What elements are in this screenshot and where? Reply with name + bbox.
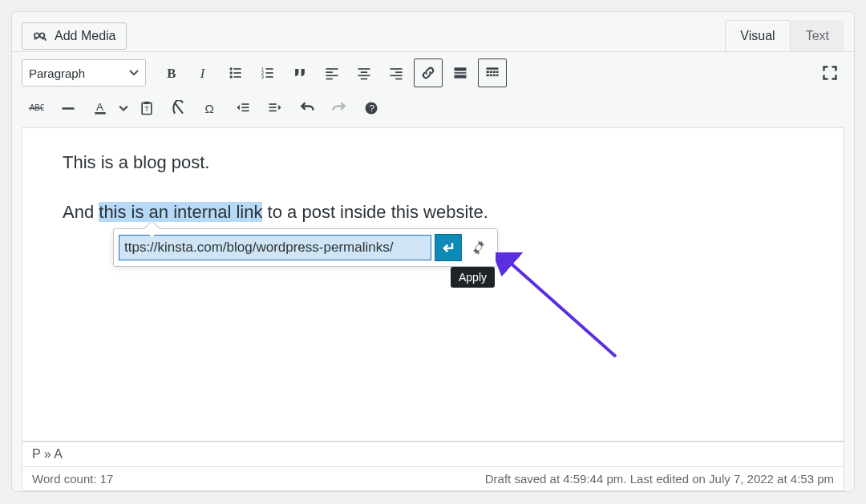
editor-footer: P » A Word count: 17 Draft saved at 4:59… xyxy=(22,442,844,491)
block-format-value: Paragraph xyxy=(29,67,85,80)
svg-line-58 xyxy=(508,260,616,357)
svg-rect-38 xyxy=(493,75,496,77)
svg-rect-23 xyxy=(361,79,367,80)
link-url-input[interactable] xyxy=(119,235,431,260)
svg-rect-34 xyxy=(493,71,496,74)
svg-text:3: 3 xyxy=(261,75,264,79)
align-right-button[interactable] xyxy=(382,58,411,87)
media-icon xyxy=(32,28,48,44)
text-color-dropdown[interactable] xyxy=(118,94,129,123)
link-options-button[interactable] xyxy=(465,234,492,261)
redo-button[interactable] xyxy=(325,94,354,123)
help-button[interactable]: ? xyxy=(357,94,386,123)
save-status: Draft saved at 4:59:44 pm. Last edited o… xyxy=(485,472,834,486)
insert-link-button[interactable] xyxy=(414,58,443,87)
toolbar-toggle-button[interactable] xyxy=(478,58,507,87)
add-media-button[interactable]: Add Media xyxy=(22,22,127,50)
svg-point-5 xyxy=(230,71,233,74)
svg-rect-13 xyxy=(266,68,273,70)
svg-rect-30 xyxy=(455,75,467,79)
blockquote-button[interactable] xyxy=(285,58,314,87)
special-character-button[interactable]: Ω xyxy=(196,94,225,123)
svg-rect-44 xyxy=(95,112,105,115)
align-left-button[interactable] xyxy=(318,58,346,87)
svg-rect-37 xyxy=(490,75,492,77)
svg-rect-31 xyxy=(487,67,499,70)
svg-rect-26 xyxy=(391,75,403,77)
svg-rect-9 xyxy=(234,76,241,78)
svg-point-1 xyxy=(40,33,45,38)
strikethrough-button[interactable]: ABC xyxy=(22,94,51,123)
clear-formatting-button[interactable] xyxy=(164,94,193,123)
bold-button[interactable]: B xyxy=(157,58,186,87)
annotation-arrow xyxy=(496,252,624,365)
svg-rect-27 xyxy=(395,79,402,80)
tab-text[interactable]: Text xyxy=(791,20,844,51)
svg-text:A: A xyxy=(96,101,103,113)
text-color-button[interactable]: A xyxy=(86,94,115,123)
editor-content[interactable]: This is a blog post. And this is an inte… xyxy=(22,127,844,442)
indent-button[interactable] xyxy=(261,94,289,123)
svg-rect-54 xyxy=(269,111,277,112)
svg-rect-7 xyxy=(234,68,241,70)
svg-rect-20 xyxy=(358,68,370,70)
editor-toolbar: Paragraph B I 123 ABC A T Ω xyxy=(12,51,854,127)
svg-rect-35 xyxy=(496,71,499,74)
paragraph-2-after: to a post inside this website. xyxy=(262,202,488,222)
paragraph-2[interactable]: And this is an internal link to a post i… xyxy=(63,202,803,223)
svg-rect-18 xyxy=(326,75,338,77)
svg-rect-32 xyxy=(487,71,489,74)
apply-tooltip: Apply xyxy=(451,267,495,288)
svg-rect-17 xyxy=(326,71,333,73)
svg-rect-25 xyxy=(395,71,402,73)
undo-button[interactable] xyxy=(293,94,322,123)
inline-link-popover xyxy=(113,228,498,267)
unordered-list-button[interactable] xyxy=(221,58,250,87)
svg-rect-50 xyxy=(241,107,249,108)
fullscreen-button[interactable] xyxy=(815,58,844,87)
svg-point-4 xyxy=(230,67,233,70)
block-format-select[interactable]: Paragraph xyxy=(22,59,146,87)
svg-rect-29 xyxy=(455,72,467,74)
svg-rect-33 xyxy=(490,71,492,74)
svg-rect-52 xyxy=(269,103,277,105)
svg-text:Ω: Ω xyxy=(205,102,214,115)
align-center-button[interactable] xyxy=(350,58,378,87)
read-more-button[interactable] xyxy=(446,58,475,87)
svg-rect-53 xyxy=(269,107,277,108)
editor-mode-tabs: Visual Text xyxy=(725,20,844,51)
svg-rect-42 xyxy=(63,107,75,110)
paste-text-button[interactable]: T xyxy=(132,94,161,123)
svg-text:?: ? xyxy=(370,103,375,113)
ordered-list-button[interactable]: 123 xyxy=(253,58,282,87)
svg-text:I: I xyxy=(200,66,206,81)
svg-point-57 xyxy=(476,245,481,250)
horizontal-rule-button[interactable] xyxy=(54,94,83,123)
svg-rect-49 xyxy=(241,103,249,105)
svg-point-0 xyxy=(34,33,39,38)
svg-text:B: B xyxy=(167,66,176,81)
svg-rect-28 xyxy=(455,67,467,71)
chevron-down-icon xyxy=(129,68,139,78)
svg-text:T: T xyxy=(145,105,149,113)
toolbar-row-2: ABC A T Ω ? xyxy=(22,91,844,123)
word-count: Word count: 17 xyxy=(32,472,113,486)
apply-link-button[interactable] xyxy=(435,234,462,261)
element-path[interactable]: P » A xyxy=(22,442,844,466)
svg-rect-15 xyxy=(266,76,273,78)
add-media-label: Add Media xyxy=(55,29,116,43)
svg-rect-16 xyxy=(326,68,338,70)
enter-arrow-icon xyxy=(440,240,456,256)
editor-top-bar: Add Media Visual Text xyxy=(12,12,854,51)
svg-rect-21 xyxy=(361,71,367,73)
svg-rect-24 xyxy=(391,68,403,70)
svg-rect-39 xyxy=(496,75,499,77)
italic-button[interactable]: I xyxy=(189,58,218,87)
tab-visual[interactable]: Visual xyxy=(725,20,790,51)
classic-editor-shell: Add Media Visual Text Paragraph B I 123 … xyxy=(11,11,855,492)
svg-rect-14 xyxy=(266,72,273,74)
outdent-button[interactable] xyxy=(229,94,257,123)
selected-link-text[interactable]: this is an internal link xyxy=(99,202,262,222)
svg-rect-8 xyxy=(234,72,241,74)
paragraph-1[interactable]: This is a blog post. xyxy=(63,152,803,173)
